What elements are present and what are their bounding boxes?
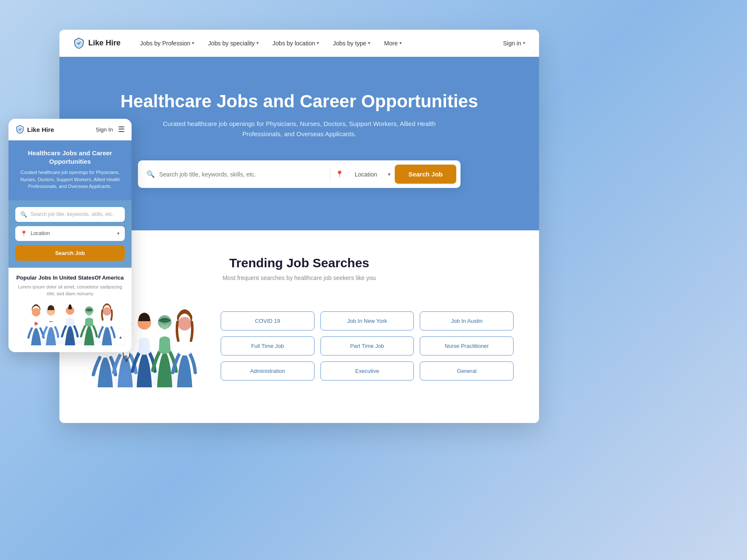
trending-title: Trending Job Searches	[85, 256, 514, 270]
mobile-hero: Healthcare Jobs and Career Opportunities…	[8, 140, 132, 200]
hamburger-icon[interactable]: ☰	[118, 125, 125, 134]
mobile-workers-illustration	[23, 303, 117, 345]
mobile-logo[interactable]: Like Hire	[15, 125, 54, 134]
mobile-search-input: Search job title, keywords, skills, etc.	[31, 211, 113, 217]
svg-point-6	[178, 317, 191, 330]
nav-item-profession[interactable]: Jobs by Profession ▾	[134, 36, 200, 50]
nav-item-type[interactable]: Jobs by type ▾	[327, 36, 376, 50]
search-input-wrap: 🔍	[146, 170, 325, 178]
tag-full-time[interactable]: Full Time Job	[221, 336, 315, 356]
location-text: Location	[347, 171, 385, 178]
hero-title: Healthcare Jobs and Career Opportunities	[85, 91, 514, 112]
scroll-indicator[interactable]: ▲	[116, 328, 125, 345]
divider	[330, 168, 330, 181]
chevron-down-icon: ▾	[256, 40, 259, 46]
nav-item-location[interactable]: Jobs by location ▾	[267, 36, 325, 50]
nav-links: Jobs by Profession ▾ Jobs by speciality …	[134, 36, 503, 50]
trending-tags-grid: COVID 19 Job In New York Job In Austin F…	[221, 311, 514, 381]
trending-subtitle: Most frequent searches by healthcare job…	[85, 274, 514, 281]
hero-subtitle: Curated healthcare job openings for Phys…	[155, 119, 444, 139]
location-icon: 📍	[335, 170, 344, 178]
tag-nurse-practitioner[interactable]: Nurse Practitioner	[420, 336, 514, 356]
mobile-popular-section: Popular Jobs In United StatesOf America …	[8, 268, 132, 353]
svg-point-12	[103, 307, 111, 316]
chevron-down-icon: ▾	[317, 40, 319, 46]
chevron-down-icon: ▾	[388, 171, 390, 177]
location-select[interactable]: 📍 Location ▾	[335, 170, 390, 178]
svg-point-8	[32, 308, 40, 316]
chevron-down-icon: ▾	[368, 40, 371, 46]
search-button[interactable]: Search Job	[395, 165, 456, 184]
tag-executive[interactable]: Executive	[320, 361, 414, 381]
search-icon: 🔍	[20, 211, 27, 218]
mobile-nav-right: Sign In ☰	[96, 125, 125, 134]
mobile-search-area: 🔍 Search job title, keywords, skills, et…	[8, 200, 132, 268]
mobile-location-select[interactable]: 📍 Location ▾	[15, 226, 125, 241]
signin-button[interactable]: Sign in ▾	[503, 40, 525, 47]
search-input[interactable]	[159, 171, 325, 178]
mobile-window: Like Hire Sign In ☰ Healthcare Jobs and …	[8, 119, 132, 352]
mobile-workers-area: ▲	[15, 303, 125, 345]
logo[interactable]: Like Hire	[73, 37, 121, 49]
tag-job-new-york[interactable]: Job In New York	[320, 311, 414, 330]
tag-job-austin[interactable]: Job In Austin	[420, 311, 514, 330]
search-icon: 🔍	[146, 170, 155, 178]
mobile-hero-title: Healthcare Jobs and Career Opportunities	[15, 149, 125, 165]
mobile-signin-button[interactable]: Sign In	[96, 126, 113, 133]
tag-general[interactable]: General	[420, 361, 514, 381]
nav-item-speciality[interactable]: Jobs by speciality ▾	[202, 36, 265, 50]
mobile-hero-subtitle: Curated healthcare job openings for Phys…	[15, 169, 125, 190]
trending-content: COVID 19 Job In New York Job In Austin F…	[85, 302, 514, 389]
mobile-popular-subtitle: Lorem ipsum dolor sit amet, consetetur s…	[15, 284, 125, 297]
chevron-down-icon: ▾	[117, 231, 120, 236]
mobile-logo-icon	[15, 125, 25, 134]
mobile-logo-text: Like Hire	[27, 126, 54, 133]
logo-icon	[73, 37, 85, 49]
svg-point-3	[125, 359, 128, 362]
mobile-popular-title: Popular Jobs In United StatesOf America	[15, 274, 125, 282]
navbar: Like Hire Jobs by Profession ▾ Jobs by s…	[59, 30, 539, 57]
mobile-search-button[interactable]: Search Job	[15, 245, 125, 261]
chevron-down-icon: ▾	[192, 40, 194, 46]
location-icon: 📍	[20, 230, 27, 237]
chevron-down-icon: ▾	[523, 40, 525, 46]
logo-text: Like Hire	[88, 39, 121, 48]
nav-item-more[interactable]: More ▾	[378, 36, 408, 50]
chevron-down-icon: ▾	[399, 40, 402, 46]
tag-part-time[interactable]: Part Time Job	[320, 336, 414, 356]
search-bar: 🔍 📍 Location ▾ Search Job	[138, 160, 461, 188]
mobile-location-text: Location	[31, 230, 114, 236]
mobile-search-input-wrap[interactable]: 🔍 Search job title, keywords, skills, et…	[15, 207, 125, 222]
tag-administration[interactable]: Administration	[221, 361, 315, 381]
mobile-navbar: Like Hire Sign In ☰	[8, 119, 132, 140]
tag-covid19[interactable]: COVID 19	[221, 311, 315, 330]
